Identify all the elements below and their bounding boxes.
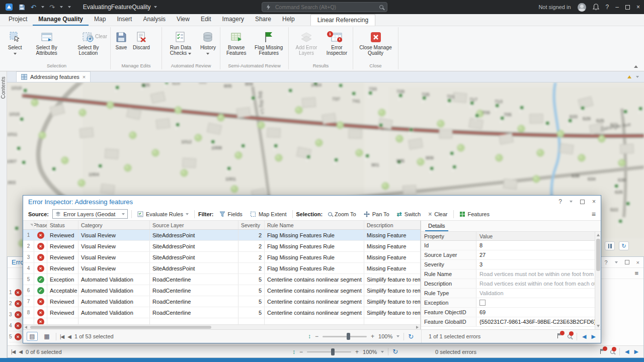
docked-help-icon[interactable]: ?	[604, 259, 607, 265]
inspector-menu-icon[interactable]: ≡	[592, 210, 596, 218]
col-severity[interactable]: Severity	[238, 221, 265, 229]
docked-zoom-slider[interactable]	[307, 348, 351, 355]
project-caret-icon[interactable]	[154, 6, 157, 8]
ribbon-tab[interactable]: Help	[277, 14, 300, 26]
zoom-in-button[interactable]: +	[371, 333, 374, 340]
close-manage-quality-button[interactable]: Close Manage Quality	[355, 29, 396, 57]
docked-zoom-out-button[interactable]: −	[299, 348, 303, 355]
docked-zoom-level[interactable]: 100%	[363, 349, 377, 355]
first-record-button[interactable]: |◀	[60, 334, 64, 339]
phase-status-icon[interactable]	[37, 276, 44, 283]
details-row[interactable]: Feature GlobalID {550231C7-9861-436F-98B…	[421, 317, 595, 327]
collapse-ribbon-icon[interactable]	[634, 65, 638, 68]
col-category[interactable]: Category	[78, 221, 150, 229]
undo-icon[interactable]: ↶	[31, 4, 36, 11]
table-row[interactable]: 4 Reviewed Visual Review SiteAddressPoin…	[23, 263, 420, 274]
tabbar-caret-icon[interactable]	[636, 76, 639, 78]
table-row[interactable]: 2 Reviewed Visual Review SiteAddressPoin…	[23, 241, 420, 252]
zoom-errors-icon[interactable]	[568, 333, 572, 339]
tab-linear-referencing[interactable]: Linear Referencing	[310, 14, 375, 26]
select-all-header[interactable]	[23, 221, 34, 229]
phase-status-icon[interactable]	[37, 243, 44, 250]
command-search-input[interactable]	[274, 4, 376, 11]
refresh-map-button[interactable]: ↻	[619, 241, 629, 250]
value-cell[interactable]: 8	[476, 241, 595, 250]
pause-drawing-button[interactable]	[605, 241, 615, 250]
row-number-cell[interactable]: 5	[23, 274, 34, 285]
inspector-help-icon[interactable]: ?	[558, 198, 562, 205]
browse-features-button[interactable]: Browse Features	[222, 29, 250, 57]
docked-zoom-in-button[interactable]: +	[355, 348, 359, 355]
ribbon-tab[interactable]: Manage Quality	[33, 14, 89, 26]
table-view-toggle[interactable]: ▤	[27, 332, 38, 341]
source-caret-icon[interactable]	[122, 213, 125, 215]
avatar[interactable]	[578, 3, 586, 12]
details-row[interactable]: Description Road vertices exist within o…	[421, 279, 595, 289]
col-status[interactable]: Status	[47, 221, 78, 229]
close-window-button[interactable]: ×	[636, 4, 640, 11]
select-button[interactable]: Select	[5, 29, 25, 57]
error-inspector-titlebar[interactable]: Error Inspector: Addressing features ? ×	[23, 196, 601, 208]
discard-edits-button[interactable]: Discard	[131, 29, 152, 57]
refresh-table-button[interactable]: ↻	[408, 333, 414, 340]
ribbon-tab[interactable]: Analysis	[137, 14, 171, 26]
table-row[interactable]: 6 Acceptable Automated Validation RoadCe…	[23, 285, 420, 296]
docked-flag-errors-icon[interactable]	[599, 348, 605, 355]
table-row[interactable]: 5 Exception Automated Validation RoadCen…	[23, 274, 420, 285]
row-number-cell[interactable]: 2	[23, 241, 34, 251]
table-row[interactable]: 3 Reviewed Visual Review SiteAddressPoin…	[23, 252, 420, 263]
pan-to-button[interactable]: Pan To	[362, 210, 391, 218]
row-number-cell[interactable]: 1	[23, 230, 34, 240]
save-icon[interactable]	[18, 4, 26, 11]
table-row[interactable]: 1 Reviewed Visual Review SiteAddressPoin…	[23, 230, 420, 241]
docked-close-icon[interactable]: ×	[636, 259, 639, 265]
zoom-level[interactable]: 100%	[378, 333, 392, 339]
ribbon-tab[interactable]: Edit	[195, 14, 217, 26]
tab-details[interactable]: Details	[425, 223, 448, 231]
close-tab-icon[interactable]: ×	[83, 74, 86, 80]
docked-prev-error-button[interactable]: ◀	[625, 348, 629, 355]
details-row[interactable]: Feature ObjectID 69	[421, 308, 595, 317]
phase-status-icon[interactable]	[37, 298, 44, 305]
redo-icon[interactable]: ↷	[49, 4, 55, 11]
docked-zoom-to-selection-icon[interactable]: ↕	[292, 348, 295, 355]
details-vertical-scrollbar[interactable]	[595, 232, 601, 329]
history-caret-icon[interactable]	[206, 53, 209, 55]
signin-status[interactable]: Not signed in	[538, 4, 571, 10]
flag-errors-icon[interactable]	[556, 333, 562, 340]
docked-next-error-button[interactable]: ▶	[634, 348, 638, 355]
clear-selection-button[interactable]: Clear	[87, 33, 107, 39]
table-horizontal-scrollbar[interactable]	[23, 324, 420, 329]
run-checks-caret-icon[interactable]	[188, 53, 191, 55]
clear-selection-toolbar-button[interactable]: × Clear	[426, 210, 449, 219]
quick-access-caret-icon[interactable]	[68, 6, 71, 8]
details-row[interactable]: Source Layer 27	[421, 250, 595, 260]
redo-caret-icon[interactable]	[60, 6, 63, 8]
col-source-layer[interactable]: Source Layer	[150, 221, 238, 229]
docked-dock-icon[interactable]	[625, 260, 629, 264]
flag-missing-features-button[interactable]: Flag Missing Features	[251, 29, 286, 57]
value-cell[interactable]: 69	[476, 308, 595, 317]
contents-pane-tab[interactable]: Contents	[0, 71, 7, 358]
help-icon[interactable]: ?	[606, 4, 609, 11]
details-row[interactable]: Rule Name Road vertices must not be with…	[421, 269, 595, 279]
value-cell[interactable]: Validation	[476, 289, 595, 298]
docked-prev-record-button[interactable]: ◀	[19, 349, 22, 354]
inspector-caret-icon[interactable]	[570, 201, 573, 203]
ribbon-tab[interactable]: Project	[3, 14, 33, 26]
col-phase[interactable]: Phase	[34, 221, 47, 229]
map-view-tab[interactable]: Addressing features ×	[16, 71, 91, 82]
history-button[interactable]: History	[198, 29, 218, 57]
details-row[interactable]: Id 8	[421, 241, 595, 250]
ribbon-tab[interactable]: View	[171, 14, 195, 26]
value-cell[interactable]: {550231C7-9861-436F-98BE-C23E63B2CFD6}	[476, 317, 595, 326]
prev-record-button[interactable]: ◀	[67, 334, 71, 339]
select-by-attributes-button[interactable]: Select By Attributes	[26, 29, 67, 57]
maximize-button[interactable]	[625, 5, 630, 10]
zoom-to-button[interactable]: Zoom To	[326, 210, 358, 218]
details-row[interactable]: Rule Type Validation	[421, 289, 595, 298]
save-edits-button[interactable]: Save	[113, 29, 130, 57]
add-error-layers-button[interactable]: Add Error Layers	[291, 29, 322, 57]
select-caret-icon[interactable]	[14, 53, 17, 55]
map-extent-filter-button[interactable]: Map Extent	[248, 210, 289, 218]
